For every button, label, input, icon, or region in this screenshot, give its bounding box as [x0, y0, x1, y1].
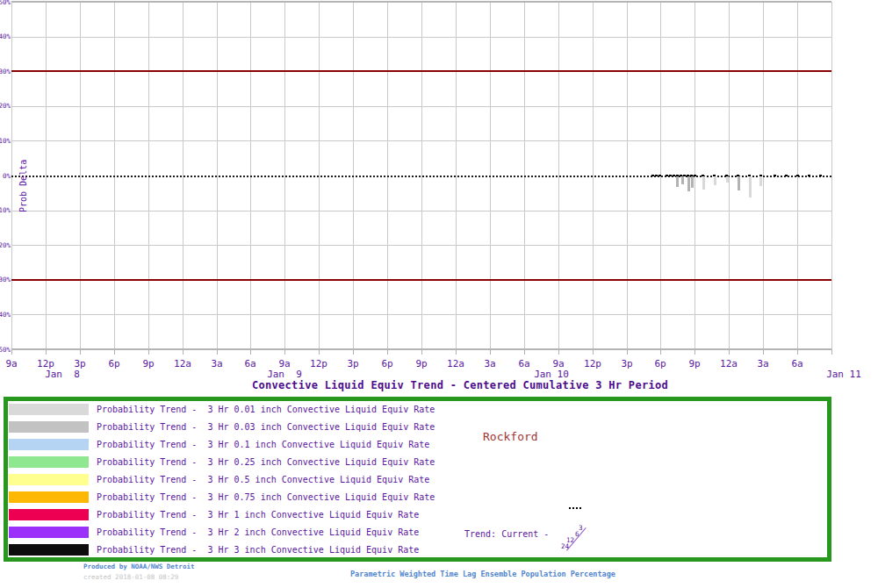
delta-bar [681, 176, 684, 184]
h-gridline [11, 1, 831, 3]
y-tick-label: -10% [0, 206, 11, 214]
legend-item-label: Probability Trend - 3 Hr 1 inch Convecti… [97, 510, 419, 520]
trend-current-label: Trend: Current - [464, 529, 549, 539]
x-tick-label: 3p [612, 359, 642, 369]
x-tick-mark [558, 349, 559, 355]
x-tick-label: 12a [714, 359, 744, 369]
legend-item-label: Probability Trend - 3 Hr 2 inch Convecti… [97, 527, 419, 538]
x-tick-label: 9a [543, 359, 573, 369]
zero-dash-mark [658, 175, 661, 176]
trend-dot [576, 507, 578, 509]
x-tick-mark [148, 349, 149, 355]
y-tick-label: 10% [0, 137, 11, 145]
weather-trend-chart: 50%40%30%20%10%0%-10%-20%-30%-40%-50%9a1… [0, 0, 878, 588]
legend-item-label: Probability Trend - 3 Hr 3 inch Convecti… [97, 545, 419, 556]
created-timestamp: created 2018-01-08 08:29 [83, 573, 178, 581]
x-tick-mark [80, 349, 81, 355]
legend-item-label: Probability Trend - 3 Hr 0.25 inch Conve… [97, 457, 435, 468]
delta-bar [749, 176, 752, 197]
delta-bar [738, 176, 740, 190]
x-tick-mark [46, 349, 47, 355]
zero-dash-mark [690, 175, 693, 176]
zero-dash-mark [651, 175, 654, 176]
legend-box: Probability Trend - 3 Hr 0.01 inch Conve… [4, 397, 831, 562]
delta-bar [676, 176, 679, 187]
zero-line [11, 176, 831, 177]
zero-dash-mark [748, 175, 751, 176]
v-gridline [831, 2, 832, 349]
lag-number: 24 [561, 543, 569, 550]
x-tick-label: 6a [235, 359, 265, 369]
zero-dash-mark [666, 175, 668, 176]
x-date-label: Jan 8 [36, 369, 89, 379]
zero-dash-mark [694, 175, 696, 176]
x-tick-label: 6a [782, 359, 812, 369]
trend-dot [579, 507, 581, 509]
x-tick-mark [11, 349, 12, 355]
x-tick-mark [456, 349, 457, 355]
y-tick-label: 50% [0, 0, 11, 6]
x-tick-mark [183, 349, 184, 355]
lag-number: 6 [575, 531, 579, 538]
zero-dash-mark [687, 175, 689, 176]
legend-swatch [9, 509, 89, 520]
x-tick-label: 6a [509, 359, 539, 369]
delta-bar [687, 176, 690, 191]
legend-swatch [9, 439, 89, 450]
h-gridline [11, 106, 831, 107]
delta-bar [759, 176, 762, 186]
legend-swatch [9, 527, 89, 538]
x-tick-mark [694, 349, 695, 355]
trend-dot [572, 507, 574, 509]
x-tick-label: 3p [65, 359, 95, 369]
delta-bar [702, 176, 705, 190]
x-tick-label: 3p [338, 359, 368, 369]
x-date-label: Jan 10 [525, 369, 578, 379]
y-tick-label: 0% [0, 172, 11, 180]
zero-dash-mark [676, 175, 679, 176]
x-tick-mark [250, 349, 251, 355]
zero-dash-mark [702, 175, 704, 176]
zero-dash-mark [713, 175, 716, 176]
x-tick-label: 6p [99, 359, 129, 369]
legend-swatch [9, 456, 89, 468]
x-tick-mark [763, 349, 764, 355]
x-tick-label: 3a [475, 359, 505, 369]
zero-dash-mark [737, 175, 739, 176]
x-tick-mark [524, 349, 525, 355]
reference-line [11, 70, 831, 72]
delta-bar [691, 176, 694, 188]
zero-dash-mark [759, 175, 762, 176]
zero-dash-mark [785, 175, 788, 176]
y-tick-label: 40% [0, 32, 11, 40]
reference-line [11, 279, 831, 281]
x-date-label: Jan 9 [258, 369, 311, 379]
station-name: Rockford [483, 430, 538, 443]
x-tick-label: 3a [748, 359, 778, 369]
legend-swatch [9, 491, 89, 503]
zero-dash-mark [808, 175, 810, 176]
y-tick-label: 20% [0, 102, 11, 110]
legend-item-label: Probability Trend - 3 Hr 0.01 inch Conve… [97, 405, 435, 415]
h-gridline [11, 211, 831, 212]
plot-area: 50%40%30%20%10%0%-10%-20%-30%-40%-50%9a1… [0, 0, 878, 379]
x-tick-mark [660, 349, 661, 355]
y-tick-label: -40% [0, 311, 11, 319]
x-tick-mark [593, 349, 594, 355]
x-tick-label: 9a [270, 359, 299, 369]
x-tick-mark [490, 349, 491, 355]
legend-swatch [9, 544, 89, 556]
y-tick-label: 30% [0, 68, 11, 75]
x-tick-mark [421, 349, 422, 355]
zero-dash-mark [725, 175, 728, 176]
x-tick-mark [627, 349, 628, 355]
footer-description: Parametric Weighted Time Lag Ensemble Po… [350, 570, 615, 578]
x-tick-mark [729, 349, 730, 355]
x-tick-label: 9p [680, 359, 709, 369]
x-tick-mark [797, 349, 798, 355]
x-tick-label: 6p [645, 359, 675, 369]
legend-item-label: Probability Trend - 3 Hr 0.5 inch Convec… [97, 475, 429, 485]
x-tick-label: 3a [202, 359, 232, 369]
zero-dash-mark [655, 175, 658, 176]
x-tick-mark [284, 349, 285, 355]
